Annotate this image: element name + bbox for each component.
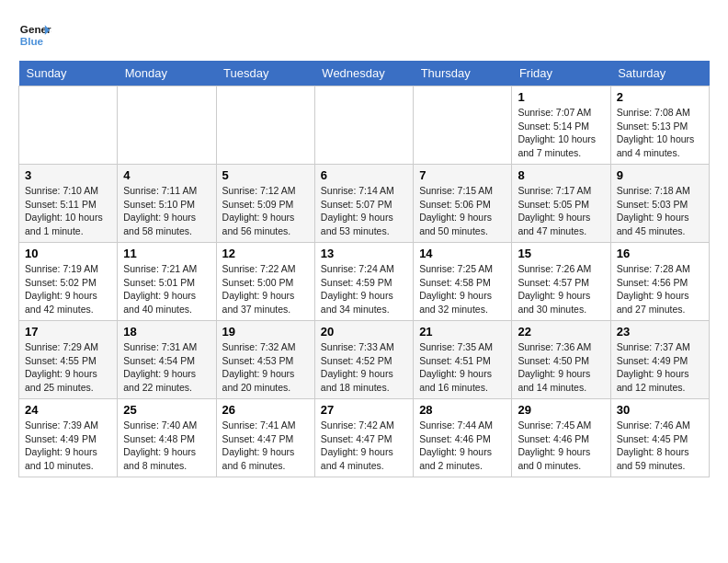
calendar-cell: 30Sunrise: 7:46 AM Sunset: 4:45 PM Dayli… xyxy=(610,399,709,477)
calendar-cell: 12Sunrise: 7:22 AM Sunset: 5:00 PM Dayli… xyxy=(216,243,314,321)
svg-text:Blue: Blue xyxy=(20,35,44,47)
day-number: 28 xyxy=(419,403,506,417)
day-info: Sunrise: 7:40 AM Sunset: 4:48 PM Dayligh… xyxy=(123,419,210,473)
calendar-cell: 13Sunrise: 7:24 AM Sunset: 4:59 PM Dayli… xyxy=(314,243,413,321)
day-info: Sunrise: 7:35 AM Sunset: 4:51 PM Dayligh… xyxy=(419,340,506,395)
logo: General Blue xyxy=(18,18,51,52)
calendar-cell xyxy=(19,86,118,165)
calendar-cell: 8Sunrise: 7:17 AM Sunset: 5:05 PM Daylig… xyxy=(512,165,610,243)
day-header-thursday: Thursday xyxy=(414,61,512,86)
day-number: 27 xyxy=(321,403,407,417)
day-info: Sunrise: 7:10 AM Sunset: 5:11 PM Dayligh… xyxy=(25,184,111,238)
calendar-cell: 2Sunrise: 7:08 AM Sunset: 5:13 PM Daylig… xyxy=(610,86,709,165)
day-info: Sunrise: 7:29 AM Sunset: 4:55 PM Dayligh… xyxy=(25,340,111,395)
calendar-cell: 26Sunrise: 7:41 AM Sunset: 4:47 PM Dayli… xyxy=(216,399,314,477)
calendar-cell: 21Sunrise: 7:35 AM Sunset: 4:51 PM Dayli… xyxy=(414,321,512,399)
day-number: 20 xyxy=(321,325,407,339)
calendar-cell: 18Sunrise: 7:31 AM Sunset: 4:54 PM Dayli… xyxy=(118,321,216,399)
calendar-table: SundayMondayTuesdayWednesdayThursdayFrid… xyxy=(18,61,710,477)
day-info: Sunrise: 7:07 AM Sunset: 5:14 PM Dayligh… xyxy=(518,106,604,160)
day-info: Sunrise: 7:46 AM Sunset: 4:45 PM Dayligh… xyxy=(617,419,703,473)
day-header-tuesday: Tuesday xyxy=(216,61,314,86)
day-number: 26 xyxy=(222,403,309,417)
day-info: Sunrise: 7:42 AM Sunset: 4:47 PM Dayligh… xyxy=(321,419,407,473)
day-number: 21 xyxy=(419,325,506,339)
day-info: Sunrise: 7:22 AM Sunset: 5:00 PM Dayligh… xyxy=(222,262,309,316)
calendar-cell: 20Sunrise: 7:33 AM Sunset: 4:52 PM Dayli… xyxy=(314,321,413,399)
day-number: 12 xyxy=(222,247,309,260)
day-number: 24 xyxy=(25,403,111,417)
day-info: Sunrise: 7:33 AM Sunset: 4:52 PM Dayligh… xyxy=(321,340,407,395)
day-header-monday: Monday xyxy=(118,61,216,86)
day-info: Sunrise: 7:19 AM Sunset: 5:02 PM Dayligh… xyxy=(25,262,111,316)
day-number: 22 xyxy=(518,325,604,339)
day-number: 13 xyxy=(321,247,407,260)
calendar-cell: 1Sunrise: 7:07 AM Sunset: 5:14 PM Daylig… xyxy=(512,86,610,165)
day-header-sunday: Sunday xyxy=(19,61,118,86)
day-info: Sunrise: 7:24 AM Sunset: 4:59 PM Dayligh… xyxy=(321,262,407,316)
day-number: 14 xyxy=(419,247,506,260)
day-number: 11 xyxy=(123,247,210,260)
days-header-row: SundayMondayTuesdayWednesdayThursdayFrid… xyxy=(19,61,710,86)
day-number: 18 xyxy=(123,325,210,339)
calendar-cell xyxy=(216,86,314,165)
day-number: 23 xyxy=(617,325,703,339)
day-info: Sunrise: 7:45 AM Sunset: 4:46 PM Dayligh… xyxy=(518,419,604,473)
day-number: 10 xyxy=(25,247,111,260)
day-number: 6 xyxy=(321,168,407,182)
calendar-cell: 27Sunrise: 7:42 AM Sunset: 4:47 PM Dayli… xyxy=(314,399,413,477)
week-row-1: 1Sunrise: 7:07 AM Sunset: 5:14 PM Daylig… xyxy=(19,86,710,165)
day-info: Sunrise: 7:41 AM Sunset: 4:47 PM Dayligh… xyxy=(222,419,309,473)
calendar-cell: 28Sunrise: 7:44 AM Sunset: 4:46 PM Dayli… xyxy=(414,399,512,477)
day-header-saturday: Saturday xyxy=(610,61,709,86)
day-info: Sunrise: 7:14 AM Sunset: 5:07 PM Dayligh… xyxy=(321,184,407,238)
day-number: 16 xyxy=(617,247,703,260)
calendar-cell: 22Sunrise: 7:36 AM Sunset: 4:50 PM Dayli… xyxy=(512,321,610,399)
calendar-cell xyxy=(414,86,512,165)
calendar-cell: 10Sunrise: 7:19 AM Sunset: 5:02 PM Dayli… xyxy=(19,243,118,321)
calendar-cell: 11Sunrise: 7:21 AM Sunset: 5:01 PM Dayli… xyxy=(118,243,216,321)
day-number: 3 xyxy=(25,168,111,182)
day-info: Sunrise: 7:31 AM Sunset: 4:54 PM Dayligh… xyxy=(123,340,210,395)
day-header-friday: Friday xyxy=(512,61,610,86)
day-info: Sunrise: 7:17 AM Sunset: 5:05 PM Dayligh… xyxy=(518,184,604,238)
calendar-cell: 7Sunrise: 7:15 AM Sunset: 5:06 PM Daylig… xyxy=(414,165,512,243)
day-number: 4 xyxy=(123,168,210,182)
day-info: Sunrise: 7:28 AM Sunset: 4:56 PM Dayligh… xyxy=(617,262,703,316)
calendar-cell: 14Sunrise: 7:25 AM Sunset: 4:58 PM Dayli… xyxy=(414,243,512,321)
day-info: Sunrise: 7:08 AM Sunset: 5:13 PM Dayligh… xyxy=(617,106,703,160)
day-info: Sunrise: 7:36 AM Sunset: 4:50 PM Dayligh… xyxy=(518,340,604,395)
calendar-cell: 16Sunrise: 7:28 AM Sunset: 4:56 PM Dayli… xyxy=(610,243,709,321)
calendar-cell: 6Sunrise: 7:14 AM Sunset: 5:07 PM Daylig… xyxy=(314,165,413,243)
day-number: 30 xyxy=(617,403,703,417)
day-number: 9 xyxy=(617,168,703,182)
day-info: Sunrise: 7:26 AM Sunset: 4:57 PM Dayligh… xyxy=(518,262,604,316)
calendar-cell: 19Sunrise: 7:32 AM Sunset: 4:53 PM Dayli… xyxy=(216,321,314,399)
day-info: Sunrise: 7:18 AM Sunset: 5:03 PM Dayligh… xyxy=(617,184,703,238)
calendar-cell: 3Sunrise: 7:10 AM Sunset: 5:11 PM Daylig… xyxy=(19,165,118,243)
day-info: Sunrise: 7:12 AM Sunset: 5:09 PM Dayligh… xyxy=(222,184,309,238)
day-info: Sunrise: 7:32 AM Sunset: 4:53 PM Dayligh… xyxy=(222,340,309,395)
calendar-cell: 4Sunrise: 7:11 AM Sunset: 5:10 PM Daylig… xyxy=(118,165,216,243)
day-number: 8 xyxy=(518,168,604,182)
page-header: General Blue xyxy=(18,18,710,52)
week-row-2: 3Sunrise: 7:10 AM Sunset: 5:11 PM Daylig… xyxy=(19,165,710,243)
calendar-cell xyxy=(118,86,216,165)
day-number: 25 xyxy=(123,403,210,417)
calendar-cell: 15Sunrise: 7:26 AM Sunset: 4:57 PM Dayli… xyxy=(512,243,610,321)
day-info: Sunrise: 7:44 AM Sunset: 4:46 PM Dayligh… xyxy=(419,419,506,473)
day-info: Sunrise: 7:15 AM Sunset: 5:06 PM Dayligh… xyxy=(419,184,506,238)
logo-icon: General Blue xyxy=(18,18,51,52)
calendar-cell xyxy=(314,86,413,165)
day-info: Sunrise: 7:25 AM Sunset: 4:58 PM Dayligh… xyxy=(419,262,506,316)
calendar-cell: 29Sunrise: 7:45 AM Sunset: 4:46 PM Dayli… xyxy=(512,399,610,477)
day-number: 15 xyxy=(518,247,604,260)
week-row-4: 17Sunrise: 7:29 AM Sunset: 4:55 PM Dayli… xyxy=(19,321,710,399)
day-number: 19 xyxy=(222,325,309,339)
day-number: 17 xyxy=(25,325,111,339)
day-number: 7 xyxy=(419,168,506,182)
calendar-cell: 5Sunrise: 7:12 AM Sunset: 5:09 PM Daylig… xyxy=(216,165,314,243)
calendar-cell: 24Sunrise: 7:39 AM Sunset: 4:49 PM Dayli… xyxy=(19,399,118,477)
week-row-5: 24Sunrise: 7:39 AM Sunset: 4:49 PM Dayli… xyxy=(19,399,710,477)
day-info: Sunrise: 7:21 AM Sunset: 5:01 PM Dayligh… xyxy=(123,262,210,316)
